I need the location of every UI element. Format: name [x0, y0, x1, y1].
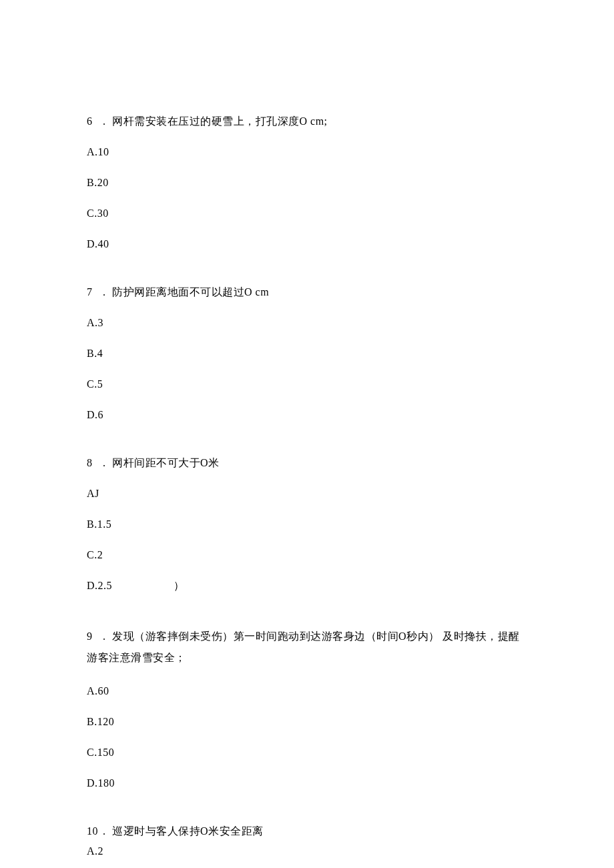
question-number: 6 [87, 113, 103, 129]
question-number: 10 [87, 823, 103, 839]
question-text: 7.防护网距离地面不可以超过O cm [87, 284, 527, 300]
option-d-text: D.2.5 [87, 580, 112, 591]
question-number: 8 [87, 455, 103, 471]
question-7: 7.防护网距离地面不可以超过O cm A.3 B.4 C.5 D.6 [87, 284, 527, 423]
option-b: B.4 [87, 346, 527, 362]
question-body: 网杆间距不可大于O米 [112, 457, 220, 468]
option-a: AJ [87, 486, 527, 502]
question-text: 10.巡逻时与客人保持O米安全距离 [87, 823, 527, 839]
question-body: 发现（游客摔倒未受伤）第一时间跑动到达游客身边（时间O秒内） 及时搀扶，提醒游客… [87, 630, 520, 663]
option-b: B.20 [87, 175, 527, 191]
option-a: A.60 [87, 683, 527, 699]
option-c: C.5 [87, 376, 527, 392]
document-page: 6. 网杆需安装在压过的硬雪上，打孔深度O cm; A.10 B.20 C.30… [0, 0, 614, 859]
paren-mark: ） [174, 578, 185, 594]
question-body: 网杆需安装在压过的硬雪上，打孔深度O cm; [112, 115, 328, 127]
question-text: 6. 网杆需安装在压过的硬雪上，打孔深度O cm; [87, 113, 527, 129]
option-b: B.120 [87, 714, 527, 730]
question-9: 9. 发现（游客摔倒未受伤）第一时间跑动到达游客身边（时间O秒内） 及时搀扶，提… [87, 626, 527, 791]
question-sep: . [103, 284, 112, 300]
question-number: 9 [87, 626, 103, 647]
question-body: 防护网距离地面不可以超过O cm [112, 286, 269, 298]
option-c: C.2 [87, 547, 527, 563]
question-text: 8. 网杆间距不可大于O米 [87, 455, 527, 471]
question-10: 10.巡逻时与客人保持O米安全距离 A.2 [87, 823, 527, 859]
question-body: 巡逻时与客人保持O米安全距离 [112, 825, 264, 837]
option-a: A.3 [87, 315, 527, 331]
option-d: D.40 [87, 236, 527, 252]
option-d: D.2.5 ） [87, 578, 527, 594]
question-8: 8. 网杆间距不可大于O米 AJ B.1.5 C.2 D.2.5 ） [87, 455, 527, 594]
option-a: A.10 [87, 144, 527, 160]
option-d: D.180 [87, 775, 527, 791]
question-sep: . [103, 113, 112, 129]
question-6: 6. 网杆需安装在压过的硬雪上，打孔深度O cm; A.10 B.20 C.30… [87, 113, 527, 252]
question-number: 7 [87, 284, 103, 300]
option-d: D.6 [87, 407, 527, 423]
question-sep: . [103, 455, 112, 471]
question-sep: . [103, 626, 112, 647]
option-c: C.30 [87, 205, 527, 222]
option-a: A.2 [87, 843, 527, 859]
option-b: B.1.5 [87, 516, 527, 532]
question-text: 9. 发现（游客摔倒未受伤）第一时间跑动到达游客身边（时间O秒内） 及时搀扶，提… [87, 626, 527, 669]
option-c: C.150 [87, 745, 527, 761]
question-sep: . [103, 823, 112, 839]
